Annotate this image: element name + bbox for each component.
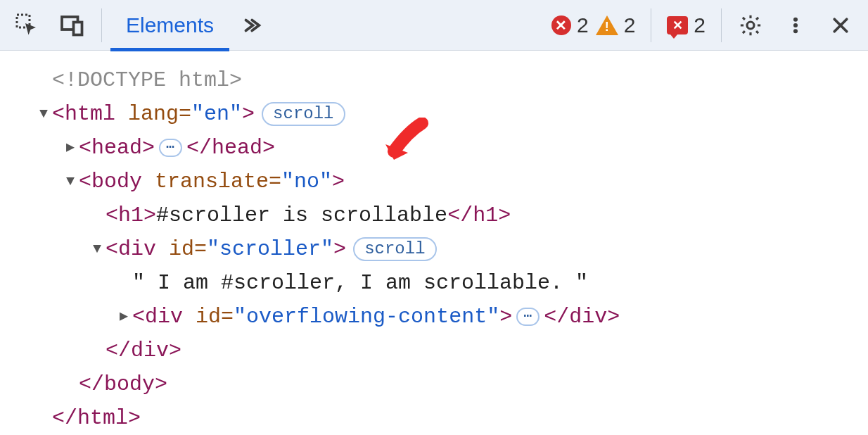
attr-name: id <box>169 232 194 266</box>
body-close-row[interactable]: </body> <box>8 367 860 401</box>
toolbar-separator <box>651 8 651 42</box>
attr-name: translate <box>155 165 269 198</box>
head-row[interactable]: ▶ <head> ⋯ </head> <box>8 131 860 165</box>
h1-row[interactable]: <h1>#scroller is scrollable</h1> <box>8 198 860 232</box>
warnings-indicator[interactable]: 2 <box>596 13 636 37</box>
expand-toggle[interactable]: ▼ <box>35 103 52 125</box>
body-open-row[interactable]: ▼ <body translate="no"> <box>8 165 860 198</box>
more-tabs-button[interactable] <box>234 4 269 46</box>
svg-point-4 <box>793 17 798 21</box>
scroll-badge[interactable]: scroll <box>353 237 436 261</box>
toolbar-separator <box>101 8 102 42</box>
text-node: " I am #scroller, I am scrollable. " <box>132 266 588 300</box>
scroller-div-row[interactable]: ▼ <div id="scroller"> scroll <box>8 232 860 266</box>
attr-value: "overflowing-content" <box>234 300 499 334</box>
tag-name: div <box>145 300 183 334</box>
more-options-button[interactable] <box>775 5 816 46</box>
overflow-div-row[interactable]: ▶ <div id="overflowing-content"> ⋯ </div… <box>8 300 860 334</box>
svg-point-3 <box>747 22 754 29</box>
close-devtools-button[interactable] <box>820 5 861 46</box>
close-tag: </head> <box>186 131 275 165</box>
html-open-row[interactable]: ▼ <html lang="en"> scroll <box>8 97 860 131</box>
tag-name: body <box>91 165 142 198</box>
inspect-element-icon[interactable] <box>7 5 48 46</box>
tag-bracket: < <box>52 97 65 131</box>
devtools-toolbar: Elements ✕ 2 2 ✕ 2 <box>0 0 868 51</box>
tag-name: html <box>65 97 115 131</box>
close-tag: </body> <box>79 367 167 401</box>
issues-count: 2 <box>694 13 706 37</box>
scroller-close-row[interactable]: </div> <box>8 334 860 367</box>
svg-point-6 <box>793 29 798 33</box>
expand-toggle[interactable]: ▼ <box>89 238 106 260</box>
console-status[interactable]: ✕ 2 2 <box>544 13 642 37</box>
close-tag: </h1> <box>447 198 511 232</box>
text-node-row[interactable]: " I am #scroller, I am scrollable. " <box>8 266 860 300</box>
collapsed-ellipsis[interactable]: ⋯ <box>516 308 540 326</box>
issues-indicator[interactable]: ✕ 2 <box>660 13 713 37</box>
attr-value: "en" <box>191 97 242 131</box>
attr-value: "scroller" <box>207 232 333 266</box>
expand-toggle[interactable]: ▼ <box>62 170 79 193</box>
errors-indicator[interactable]: ✕ 2 <box>551 13 589 37</box>
close-tag: </div> <box>106 334 181 367</box>
warnings-count: 2 <box>624 13 636 37</box>
tab-elements[interactable]: Elements <box>110 0 229 51</box>
tag-name: div <box>118 232 156 266</box>
html-close-row[interactable]: </html> <box>8 401 860 435</box>
warning-icon <box>596 15 618 35</box>
svg-point-5 <box>793 23 798 27</box>
close-tag: </div> <box>544 300 620 334</box>
text-node: #scroller is scrollable <box>156 198 447 232</box>
close-tag: </html> <box>52 401 141 435</box>
doctype-row[interactable]: <!DOCTYPE html> <box>8 63 860 97</box>
errors-count: 2 <box>577 13 589 37</box>
settings-button[interactable] <box>730 5 771 46</box>
doctype-text: <!DOCTYPE html> <box>52 63 242 97</box>
scroll-badge[interactable]: scroll <box>262 102 345 126</box>
issues-icon: ✕ <box>667 16 688 34</box>
attr-value: "no" <box>281 165 332 198</box>
attr-name: id <box>196 300 221 334</box>
tag-name: head <box>91 131 142 165</box>
expand-toggle[interactable]: ▶ <box>115 305 132 328</box>
error-icon: ✕ <box>551 15 571 35</box>
expand-toggle[interactable]: ▶ <box>62 137 79 159</box>
svg-rect-2 <box>74 22 82 34</box>
collapsed-ellipsis[interactable]: ⋯ <box>159 139 182 157</box>
device-toolbar-icon[interactable] <box>52 5 93 46</box>
attr-name: lang <box>128 97 179 131</box>
tab-label: Elements <box>126 13 214 37</box>
elements-tree[interactable]: <!DOCTYPE html> ▼ <html lang="en"> scrol… <box>0 51 868 435</box>
toolbar-separator <box>721 8 722 42</box>
tag-name: h1 <box>118 198 143 232</box>
